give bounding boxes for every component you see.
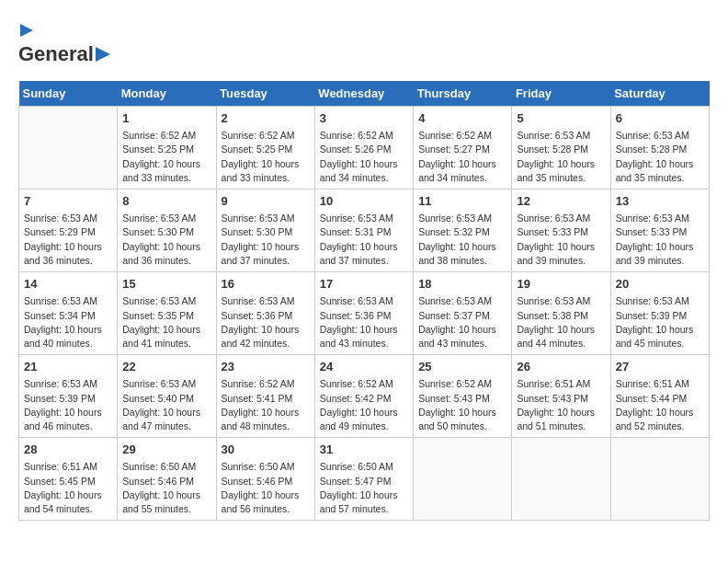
logo: General <box>18 18 112 66</box>
day-number: 5 <box>517 110 605 127</box>
calendar-cell: 4Sunrise: 6:52 AM Sunset: 5:27 PM Daylig… <box>414 107 512 190</box>
header-wednesday: Wednesday <box>314 81 413 107</box>
day-number: 29 <box>122 442 210 458</box>
day-number: 11 <box>418 193 506 210</box>
day-info: Sunrise: 6:53 AM Sunset: 5:36 PM Dayligh… <box>222 294 310 350</box>
header-sunday: Sunday <box>19 81 118 107</box>
day-info: Sunrise: 6:52 AM Sunset: 5:27 PM Dayligh… <box>418 129 506 185</box>
calendar-cell: 16Sunrise: 6:53 AM Sunset: 5:36 PM Dayli… <box>216 272 314 355</box>
calendar-cell: 29Sunrise: 6:50 AM Sunset: 5:46 PM Dayli… <box>118 438 216 521</box>
day-info: Sunrise: 6:53 AM Sunset: 5:40 PM Dayligh… <box>122 377 210 433</box>
calendar-cell: 7Sunrise: 6:53 AM Sunset: 5:29 PM Daylig… <box>19 190 118 272</box>
day-info: Sunrise: 6:53 AM Sunset: 5:39 PM Dayligh… <box>24 377 112 433</box>
day-number: 24 <box>320 359 408 375</box>
logo-arrow-icon <box>20 24 33 37</box>
calendar-week-2: 7Sunrise: 6:53 AM Sunset: 5:29 PM Daylig… <box>19 190 710 272</box>
calendar-cell <box>19 107 118 190</box>
calendar-cell: 28Sunrise: 6:51 AM Sunset: 5:45 PM Dayli… <box>19 438 118 521</box>
calendar-cell: 11Sunrise: 6:53 AM Sunset: 5:32 PM Dayli… <box>414 190 512 272</box>
calendar-cell: 23Sunrise: 6:52 AM Sunset: 5:41 PM Dayli… <box>216 355 314 438</box>
day-number: 16 <box>222 276 310 293</box>
day-number: 3 <box>320 110 408 127</box>
calendar-cell: 24Sunrise: 6:52 AM Sunset: 5:42 PM Dayli… <box>314 355 413 438</box>
day-info: Sunrise: 6:53 AM Sunset: 5:38 PM Dayligh… <box>517 294 605 350</box>
day-number: 13 <box>616 193 704 210</box>
svg-marker-0 <box>96 47 110 62</box>
calendar-cell: 30Sunrise: 6:50 AM Sunset: 5:46 PM Dayli… <box>216 438 314 521</box>
day-info: Sunrise: 6:52 AM Sunset: 5:42 PM Dayligh… <box>320 377 408 433</box>
day-info: Sunrise: 6:50 AM Sunset: 5:46 PM Dayligh… <box>122 460 210 516</box>
day-info: Sunrise: 6:53 AM Sunset: 5:37 PM Dayligh… <box>418 294 506 350</box>
day-info: Sunrise: 6:53 AM Sunset: 5:36 PM Dayligh… <box>320 294 408 350</box>
calendar-cell: 27Sunrise: 6:51 AM Sunset: 5:44 PM Dayli… <box>610 355 709 438</box>
calendar-cell: 31Sunrise: 6:50 AM Sunset: 5:47 PM Dayli… <box>314 438 413 521</box>
calendar-cell: 26Sunrise: 6:51 AM Sunset: 5:43 PM Dayli… <box>512 355 610 438</box>
day-info: Sunrise: 6:53 AM Sunset: 5:28 PM Dayligh… <box>517 129 605 185</box>
calendar-cell: 14Sunrise: 6:53 AM Sunset: 5:34 PM Dayli… <box>19 272 118 355</box>
day-number: 21 <box>24 359 112 375</box>
day-number: 18 <box>418 276 506 293</box>
calendar-cell <box>414 438 512 521</box>
calendar-cell: 21Sunrise: 6:53 AM Sunset: 5:39 PM Dayli… <box>19 355 118 438</box>
day-number: 8 <box>122 193 210 210</box>
calendar-cell: 22Sunrise: 6:53 AM Sunset: 5:40 PM Dayli… <box>118 355 216 438</box>
day-number: 2 <box>222 110 310 127</box>
calendar-cell: 25Sunrise: 6:52 AM Sunset: 5:43 PM Dayli… <box>414 355 512 438</box>
day-number: 26 <box>517 359 605 375</box>
day-info: Sunrise: 6:50 AM Sunset: 5:46 PM Dayligh… <box>222 460 310 516</box>
day-info: Sunrise: 6:53 AM Sunset: 5:32 PM Dayligh… <box>418 212 506 268</box>
day-info: Sunrise: 6:53 AM Sunset: 5:34 PM Dayligh… <box>24 294 112 350</box>
day-info: Sunrise: 6:50 AM Sunset: 5:47 PM Dayligh… <box>320 460 408 516</box>
page-header: General <box>18 18 710 66</box>
calendar-cell: 20Sunrise: 6:53 AM Sunset: 5:39 PM Dayli… <box>610 272 709 355</box>
day-info: Sunrise: 6:51 AM Sunset: 5:45 PM Dayligh… <box>24 460 112 516</box>
logo-general-line2: General <box>18 42 94 66</box>
day-info: Sunrise: 6:52 AM Sunset: 5:25 PM Dayligh… <box>122 129 210 185</box>
calendar-cell: 6Sunrise: 6:53 AM Sunset: 5:28 PM Daylig… <box>610 107 709 190</box>
day-number: 30 <box>222 442 310 458</box>
day-info: Sunrise: 6:53 AM Sunset: 5:39 PM Dayligh… <box>616 294 704 350</box>
day-number: 31 <box>320 442 408 458</box>
day-info: Sunrise: 6:53 AM Sunset: 5:33 PM Dayligh… <box>517 212 605 268</box>
day-number: 19 <box>517 276 605 293</box>
day-info: Sunrise: 6:52 AM Sunset: 5:26 PM Dayligh… <box>320 129 408 185</box>
calendar-week-5: 28Sunrise: 6:51 AM Sunset: 5:45 PM Dayli… <box>19 438 710 521</box>
header-saturday: Saturday <box>610 81 709 107</box>
calendar-week-1: 1Sunrise: 6:52 AM Sunset: 5:25 PM Daylig… <box>19 107 710 190</box>
calendar-cell: 3Sunrise: 6:52 AM Sunset: 5:26 PM Daylig… <box>314 107 413 190</box>
calendar-cell <box>610 438 709 521</box>
day-info: Sunrise: 6:52 AM Sunset: 5:41 PM Dayligh… <box>222 377 310 433</box>
calendar-cell: 9Sunrise: 6:53 AM Sunset: 5:30 PM Daylig… <box>216 190 314 272</box>
day-info: Sunrise: 6:53 AM Sunset: 5:30 PM Dayligh… <box>222 212 310 268</box>
day-number: 17 <box>320 276 408 293</box>
day-info: Sunrise: 6:53 AM Sunset: 5:29 PM Dayligh… <box>24 212 112 268</box>
day-number: 25 <box>418 359 506 375</box>
logo-triangle-icon <box>96 47 110 62</box>
calendar-table: SundayMondayTuesdayWednesdayThursdayFrid… <box>18 81 710 521</box>
header-thursday: Thursday <box>414 81 512 107</box>
calendar-cell: 13Sunrise: 6:53 AM Sunset: 5:33 PM Dayli… <box>610 190 709 272</box>
day-info: Sunrise: 6:53 AM Sunset: 5:31 PM Dayligh… <box>320 212 408 268</box>
day-info: Sunrise: 6:52 AM Sunset: 5:43 PM Dayligh… <box>418 377 506 433</box>
day-number: 10 <box>320 193 408 210</box>
calendar-cell: 8Sunrise: 6:53 AM Sunset: 5:30 PM Daylig… <box>118 190 216 272</box>
calendar-cell: 19Sunrise: 6:53 AM Sunset: 5:38 PM Dayli… <box>512 272 610 355</box>
calendar-cell: 2Sunrise: 6:52 AM Sunset: 5:25 PM Daylig… <box>216 107 314 190</box>
day-number: 7 <box>24 193 112 210</box>
day-number: 4 <box>418 110 506 127</box>
day-number: 1 <box>122 110 210 127</box>
calendar-cell: 17Sunrise: 6:53 AM Sunset: 5:36 PM Dayli… <box>314 272 413 355</box>
calendar-week-3: 14Sunrise: 6:53 AM Sunset: 5:34 PM Dayli… <box>19 272 710 355</box>
header-tuesday: Tuesday <box>216 81 314 107</box>
calendar-cell: 18Sunrise: 6:53 AM Sunset: 5:37 PM Dayli… <box>414 272 512 355</box>
calendar-cell: 12Sunrise: 6:53 AM Sunset: 5:33 PM Dayli… <box>512 190 610 272</box>
day-info: Sunrise: 6:53 AM Sunset: 5:35 PM Dayligh… <box>122 294 210 350</box>
calendar-cell: 15Sunrise: 6:53 AM Sunset: 5:35 PM Dayli… <box>118 272 216 355</box>
day-info: Sunrise: 6:53 AM Sunset: 5:33 PM Dayligh… <box>616 212 704 268</box>
day-number: 22 <box>122 359 210 375</box>
header-friday: Friday <box>512 81 610 107</box>
day-number: 28 <box>24 442 112 458</box>
day-number: 27 <box>616 359 704 375</box>
calendar-header-row: SundayMondayTuesdayWednesdayThursdayFrid… <box>19 81 710 107</box>
day-number: 9 <box>222 193 310 210</box>
